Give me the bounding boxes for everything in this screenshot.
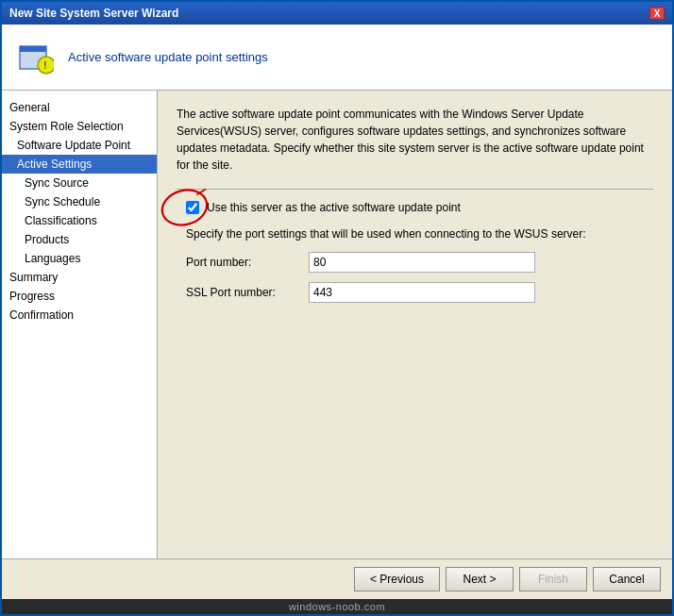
description-text: The active software update point communi…: [177, 106, 653, 174]
wizard-icon: !: [15, 38, 55, 77]
svg-point-4: [159, 185, 211, 229]
sidebar-item-sync-schedule[interactable]: Sync Schedule: [2, 192, 157, 211]
next-button[interactable]: Next >: [446, 567, 514, 591]
close-button[interactable]: X: [649, 7, 665, 20]
sidebar-item-products[interactable]: Products: [2, 230, 157, 249]
sidebar-item-languages[interactable]: Languages: [2, 249, 157, 268]
active-server-label: Use this server as the active software u…: [207, 201, 461, 214]
main-content: The active software update point communi…: [158, 91, 672, 558]
port-number-label: Port number:: [186, 256, 309, 269]
window-title: New Site System Server Wizard: [9, 7, 178, 20]
svg-line-5: [196, 190, 206, 195]
sidebar-item-sync-source[interactable]: Sync Source: [2, 174, 157, 192]
content-area: GeneralSystem Role SelectionSoftware Upd…: [2, 91, 672, 558]
sidebar-item-system-role-selection[interactable]: System Role Selection: [2, 117, 157, 136]
ssl-port-label: SSL Port number:: [186, 286, 309, 299]
header-title: Active software update point settings: [68, 50, 268, 64]
sidebar-item-classifications[interactable]: Classifications: [2, 211, 157, 230]
ssl-port-input[interactable]: [309, 282, 535, 303]
sidebar-item-general[interactable]: General: [2, 98, 157, 117]
svg-rect-1: [20, 46, 46, 52]
svg-text:!: !: [43, 59, 47, 71]
sidebar-item-software-update-point[interactable]: Software Update Point: [2, 136, 157, 155]
sidebar-item-active-settings[interactable]: Active Settings: [2, 155, 157, 174]
button-bar: < Previous Next > Finish Cancel: [2, 558, 672, 599]
finish-button[interactable]: Finish: [519, 567, 587, 591]
separator: [177, 189, 653, 190]
wizard-window: New Site System Server Wizard X ! Active…: [0, 0, 674, 616]
sidebar-item-confirmation[interactable]: Confirmation: [2, 306, 157, 325]
title-bar: New Site System Server Wizard X: [2, 2, 672, 25]
port-number-input[interactable]: [309, 252, 535, 273]
cancel-button[interactable]: Cancel: [593, 567, 661, 591]
port-number-row: Port number:: [186, 252, 653, 273]
previous-button[interactable]: < Previous: [354, 567, 440, 591]
sidebar-item-progress[interactable]: Progress: [2, 287, 157, 306]
ssl-port-number-row: SSL Port number:: [186, 282, 653, 303]
active-server-row: Use this server as the active software u…: [186, 201, 653, 214]
sidebar: GeneralSystem Role SelectionSoftware Upd…: [2, 91, 158, 558]
header-area: ! Active software update point settings: [2, 25, 672, 91]
watermark: windows-noob.com: [2, 599, 672, 614]
active-server-checkbox[interactable]: [186, 201, 199, 214]
port-description: Specify the port settings that will be u…: [186, 227, 653, 241]
sidebar-item-summary[interactable]: Summary: [2, 268, 157, 287]
bottom-wrapper: < Previous Next > Finish Cancel windows-…: [2, 558, 672, 614]
